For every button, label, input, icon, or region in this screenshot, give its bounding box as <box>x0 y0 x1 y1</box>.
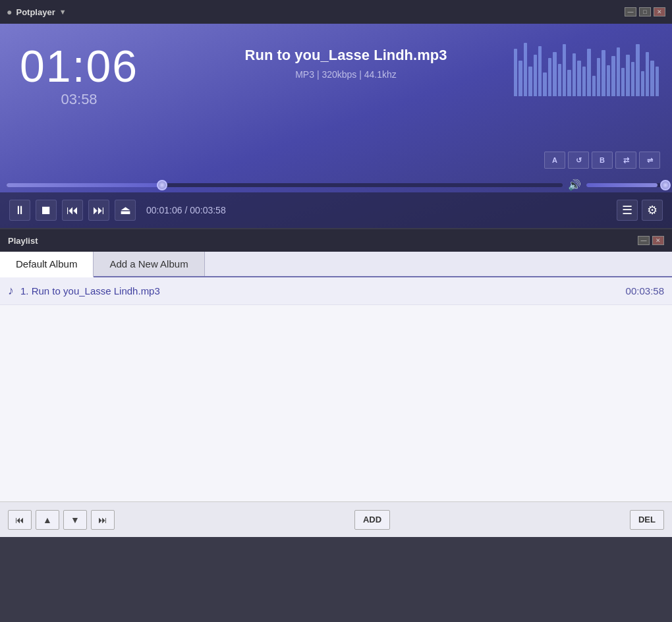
visualizer-bar <box>563 44 566 96</box>
visualizer-bar <box>587 49 590 96</box>
playlist-item-duration: 00:03:58 <box>626 285 664 297</box>
add-button[interactable]: ADD <box>354 510 390 530</box>
settings-button[interactable]: ⚙ <box>642 200 663 221</box>
total-time: 03:58 <box>20 91 138 108</box>
transport-right: ☰ ⚙ <box>617 200 663 221</box>
close-button[interactable]: ✕ <box>654 7 665 16</box>
next-button[interactable]: ⏭ <box>88 200 109 221</box>
visualizer-bar <box>626 55 629 96</box>
move-last-button[interactable]: ⏭ <box>91 510 115 530</box>
playlist-item-name: 1. Run to you_Lasse Lindh.mp3 <box>20 285 626 297</box>
playlist-item[interactable]: ♪ 1. Run to you_Lasse Lindh.mp3 00:03:58 <box>0 277 672 305</box>
visualizer-bar <box>636 44 639 96</box>
app-title: Potplayer <box>16 7 55 17</box>
visualizer-bar <box>553 52 556 97</box>
visualizer-bar <box>538 46 542 97</box>
track-name: Run to you_Lasse Lindh.mp3 <box>184 47 507 64</box>
eject-button[interactable]: ⏏ <box>115 200 136 221</box>
move-down-icon: ▼ <box>70 515 80 525</box>
visualizer-bar <box>607 65 610 96</box>
minimize-button[interactable]: — <box>625 7 636 16</box>
pause-button[interactable]: ⏸ <box>9 200 30 221</box>
playlist-minimize-button[interactable]: — <box>638 236 650 245</box>
move-last-icon: ⏭ <box>98 515 107 525</box>
visualizer-bar <box>631 62 634 96</box>
volume-icon: 🔊 <box>568 179 581 191</box>
music-note-icon: ♪ <box>8 284 14 298</box>
visualizer-bar <box>558 64 561 97</box>
visualizer-bar <box>548 58 551 97</box>
visualizer-bar <box>646 52 649 97</box>
time-display: 01:06 03:58 <box>20 43 138 108</box>
stop-button[interactable]: ⏹ <box>36 200 57 221</box>
progress-section: 🔊 <box>0 179 672 191</box>
visualizer-bar <box>617 47 620 96</box>
ctrl-buttons: A ↺ B ⇄ ⇌ <box>544 152 660 169</box>
title-bar-left: ● Potplayer ▼ <box>7 7 67 17</box>
volume-fill <box>586 183 658 187</box>
playlist-window: Playlist — ✕ Default Album Add a New Alb… <box>0 229 672 537</box>
title-bar: ● Potplayer ▼ — □ ✕ <box>0 0 672 24</box>
playlist-empty-area <box>0 305 672 490</box>
volume-bar[interactable] <box>586 183 665 187</box>
move-up-button[interactable]: ▲ <box>36 510 59 530</box>
volume-thumb[interactable] <box>660 180 671 190</box>
transport-time: 00:01:06 / 00:03:58 <box>146 205 611 215</box>
b-button[interactable]: B <box>592 152 613 169</box>
move-first-button[interactable]: ⏮ <box>8 510 32 530</box>
track-info: Run to you_Lasse Lindh.mp3 MP3 | 320kbps… <box>184 47 507 80</box>
prev-button[interactable]: ⏮ <box>62 200 83 221</box>
visualizer-bar <box>528 67 532 96</box>
restore-button[interactable]: □ <box>639 7 651 16</box>
visualizer-bar <box>592 76 596 97</box>
progress-bar[interactable] <box>7 183 563 187</box>
progress-thumb[interactable] <box>157 180 167 190</box>
visualizer <box>514 37 659 96</box>
playlist-toggle-button[interactable]: ☰ <box>617 200 638 221</box>
app-title-arrow[interactable]: ▼ <box>59 8 67 16</box>
tab-add-new-album[interactable]: Add a New Album <box>94 252 204 276</box>
ab-button[interactable]: ⇄ <box>615 152 636 169</box>
track-meta: MP3 | 320kbps | 44.1khz <box>184 69 507 80</box>
visualizer-bar <box>567 70 571 97</box>
visualizer-bar <box>577 61 580 96</box>
tab-default-album[interactable]: Default Album <box>0 252 94 277</box>
visualizer-bar <box>597 58 600 97</box>
del-button[interactable]: DEL <box>630 510 664 530</box>
visualizer-bar <box>573 53 576 96</box>
visualizer-bar <box>582 67 586 96</box>
visualizer-bar <box>524 43 527 96</box>
playlist-bottom: ⏮ ▲ ▼ ⏭ ADD DEL <box>0 501 672 537</box>
visualizer-bar <box>611 56 615 96</box>
loop-button[interactable]: ↺ <box>568 152 589 169</box>
app-logo: ● <box>7 7 12 17</box>
visualizer-bar <box>621 68 625 96</box>
visualizer-bar <box>602 50 605 96</box>
visualizer-bar <box>543 72 546 96</box>
visualizer-bar <box>534 55 537 96</box>
shuffle-button[interactable]: ⇌ <box>639 152 660 169</box>
move-first-icon: ⏮ <box>15 515 24 525</box>
move-down-button[interactable]: ▼ <box>63 510 87 530</box>
visualizer-bar <box>656 67 659 96</box>
playlist-titlebar: Playlist — ✕ <box>0 229 672 252</box>
progress-fill <box>7 183 162 187</box>
visualizer-bar <box>518 61 522 96</box>
visualizer-bar <box>641 71 644 96</box>
move-up-icon: ▲ <box>43 515 52 525</box>
a-button[interactable]: A <box>544 152 565 169</box>
playlist-title: Playlist <box>8 236 38 246</box>
transport-controls: ⏸ ⏹ ⏮ ⏭ ⏏ 00:01:06 / 00:03:58 ☰ ⚙ <box>0 192 672 228</box>
playlist-tabs: Default Album Add a New Album <box>0 252 672 277</box>
player-area: 01:06 03:58 Run to you_Lasse Lindh.mp3 M… <box>0 24 672 228</box>
visualizer-bar <box>514 49 517 96</box>
title-bar-controls: — □ ✕ <box>625 7 665 16</box>
playlist-close-button[interactable]: ✕ <box>652 236 664 245</box>
current-time: 01:06 <box>20 43 138 88</box>
playlist-titlebar-controls: — ✕ <box>638 236 664 245</box>
playlist-content: ♪ 1. Run to you_Lasse Lindh.mp3 00:03:58 <box>0 277 672 501</box>
visualizer-bar <box>650 61 654 96</box>
